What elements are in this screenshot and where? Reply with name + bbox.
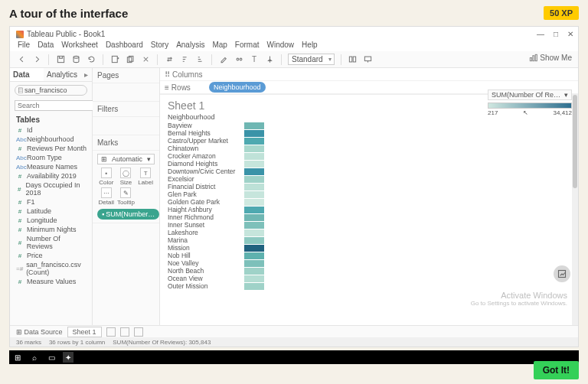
forward-icon[interactable] <box>31 54 42 65</box>
duplicate-icon[interactable] <box>125 54 136 65</box>
viz-row[interactable]: Marina <box>168 236 564 244</box>
viz-row[interactable]: Bernal Heights <box>168 129 564 137</box>
viz-row[interactable]: Nob Hill <box>168 252 564 259</box>
color-legend[interactable]: SUM(Number Of Re… ▾ 217 ↖ 34,412 <box>488 89 572 116</box>
viz-row[interactable]: Crocker Amazon <box>168 152 564 160</box>
save-icon[interactable] <box>55 54 66 65</box>
rows-shelf[interactable]: ≡Rows <box>160 82 206 93</box>
field-item[interactable]: #Number Of Reviews <box>15 234 89 251</box>
new-dashboard-tab-icon[interactable] <box>120 327 129 337</box>
group-icon[interactable] <box>234 54 244 65</box>
clear-icon[interactable] <box>140 54 151 65</box>
data-guide-icon[interactable] <box>554 265 570 282</box>
new-worksheet-tab-icon[interactable] <box>106 327 116 337</box>
menu-worksheet[interactable]: Worksheet <box>61 41 98 49</box>
field-item[interactable]: #F1 <box>15 197 89 207</box>
field-item[interactable]: AbcRoom Type <box>15 153 89 162</box>
refresh-icon[interactable] <box>86 54 96 65</box>
field-item[interactable]: #Price <box>15 251 89 260</box>
viz-row[interactable]: Excelsior <box>168 175 564 183</box>
viz-row[interactable]: Bayview <box>168 122 564 129</box>
field-item[interactable]: #Longitude <box>15 216 89 225</box>
field-item[interactable]: #Reviews Per Month <box>15 144 89 153</box>
viz-row[interactable]: Inner Richmond <box>168 213 564 221</box>
start-icon[interactable]: ⊞ <box>12 352 23 363</box>
sort-asc-icon[interactable] <box>179 54 190 65</box>
marks-color-button[interactable]: ▪Color <box>97 168 116 186</box>
task-view-icon[interactable]: ▭ <box>46 352 57 363</box>
viz-row[interactable]: Noe Valley <box>168 259 564 267</box>
viz-scrollbar[interactable] <box>572 95 578 328</box>
new-data-icon[interactable] <box>70 54 81 65</box>
marks-tooltip-button[interactable]: ✎Tooltip <box>117 187 136 206</box>
field-item[interactable]: #Latitude <box>15 207 89 216</box>
maximize-icon[interactable]: □ <box>554 30 558 38</box>
menu-file[interactable]: File <box>18 41 30 49</box>
legend-menu-icon[interactable]: ▾ <box>564 91 568 99</box>
new-worksheet-icon[interactable] <box>109 54 120 65</box>
menu-map[interactable]: Map <box>212 41 227 49</box>
rows-pill-neighbourhood[interactable]: Neighbourhood <box>209 82 266 93</box>
field-item[interactable]: #Availability 2019 <box>15 171 89 181</box>
menu-dashboard[interactable]: Dashboard <box>106 41 143 49</box>
viz-row[interactable]: Mission <box>168 244 564 252</box>
menu-window[interactable]: Window <box>267 41 295 49</box>
minimize-icon[interactable]: — <box>537 30 544 38</box>
marks-size-button[interactable]: ◯Size <box>117 168 136 186</box>
tab-analytics[interactable]: Analytics <box>44 68 80 81</box>
field-item[interactable]: AbcNeighbourhood <box>15 135 89 144</box>
show-me-button[interactable]: Show Me <box>529 54 572 62</box>
field-item[interactable]: =#san_francisco.csv (Count) <box>15 260 89 277</box>
viz-row[interactable]: Golden Gate Park <box>168 198 564 206</box>
menu-data[interactable]: Data <box>38 41 54 49</box>
viz-row[interactable]: Inner Sunset <box>168 221 564 229</box>
columns-shelf[interactable]: ⠿Columns <box>160 69 206 80</box>
highlight-icon[interactable] <box>218 54 229 65</box>
pin-icon[interactable] <box>264 54 275 65</box>
data-source-tab[interactable]: ⊞ Data Source <box>16 328 63 336</box>
marks-color-pill[interactable]: ▪ SUM(Number… <box>97 209 159 220</box>
tab-data[interactable]: Data <box>10 68 44 81</box>
presentation-icon[interactable] <box>363 54 374 65</box>
viz-row[interactable]: Castro/Upper Market <box>168 137 564 145</box>
viz-row[interactable]: North Beach <box>168 267 564 275</box>
new-story-tab-icon[interactable] <box>134 327 143 337</box>
field-item[interactable]: #Id <box>15 125 89 135</box>
marks-type-select[interactable]: ⊞Automatic▾ <box>97 154 155 164</box>
search-task-icon[interactable]: ⌕ <box>29 352 40 363</box>
field-item[interactable]: #Minimum Nights <box>15 225 89 234</box>
labels-icon[interactable]: T <box>249 54 260 65</box>
viz-row[interactable]: Downtown/Civic Center <box>168 168 564 175</box>
viz-row[interactable]: Lakeshore <box>168 229 564 236</box>
pages-shelf[interactable]: Pages <box>93 68 159 83</box>
fit-select[interactable]: Standard <box>288 54 335 65</box>
field-item[interactable]: #Days Occupied In 2018 <box>15 181 89 197</box>
cards-icon[interactable] <box>348 54 358 65</box>
viz-row[interactable]: Outer Mission <box>168 282 564 290</box>
viz-row[interactable]: Diamond Heights <box>168 160 564 168</box>
menu-format[interactable]: Format <box>235 41 260 49</box>
menu-help[interactable]: Help <box>302 41 318 49</box>
field-item[interactable]: AbcMeasure Names <box>15 162 89 171</box>
viz-row[interactable]: Haight Ashbury <box>168 206 564 213</box>
close-icon[interactable]: ✕ <box>567 30 573 38</box>
filters-shelf[interactable]: Filters <box>93 102 159 117</box>
number-icon: # <box>16 217 24 224</box>
sheet1-tab[interactable]: Sheet 1 <box>67 327 102 337</box>
viz-row[interactable]: Ocean View <box>168 275 564 282</box>
pane-menu-icon[interactable]: ▸ <box>80 68 92 81</box>
viz-row[interactable]: Chinatown <box>168 145 564 152</box>
datasource-pill[interactable]: ⌸ san_francisco <box>15 85 87 96</box>
menu-story[interactable]: Story <box>151 41 168 49</box>
got-it-button[interactable]: Got It! <box>534 361 579 379</box>
sort-desc-icon[interactable] <box>194 54 205 65</box>
tableau-task-icon[interactable]: ✦ <box>63 352 74 363</box>
viz-row[interactable]: Financial District <box>168 183 564 190</box>
field-item[interactable]: #Measure Values <box>15 277 89 286</box>
viz-row[interactable]: Glen Park <box>168 190 564 198</box>
marks-detail-button[interactable]: ⋯Detail <box>97 187 116 206</box>
swap-icon[interactable] <box>164 54 175 65</box>
marks-label-button[interactable]: TLabel <box>136 168 155 186</box>
menu-analysis[interactable]: Analysis <box>176 41 204 49</box>
back-icon[interactable] <box>16 54 27 65</box>
